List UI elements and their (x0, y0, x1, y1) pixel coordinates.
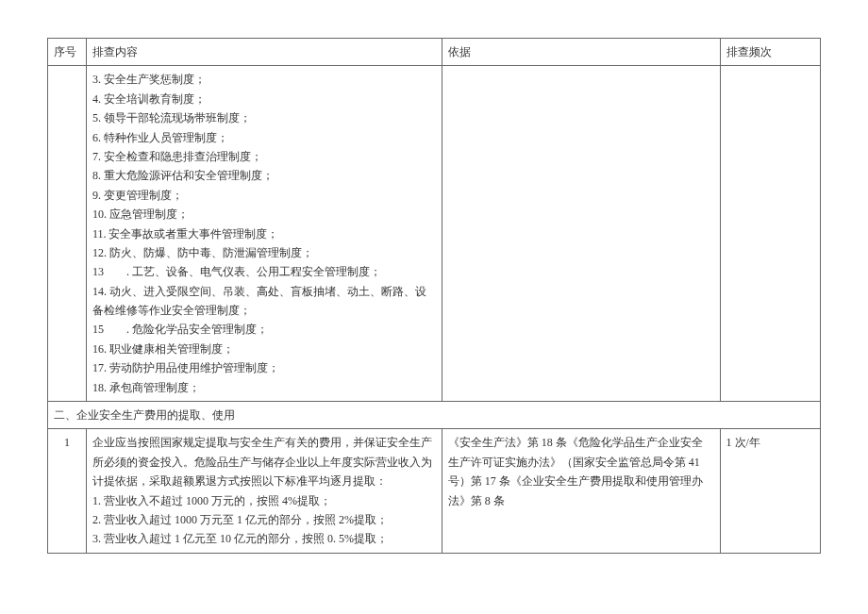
cell-freq (720, 66, 821, 402)
content-line: 18. 承包商管理制度； (92, 378, 436, 397)
content-line: 12. 防火、防爆、防中毒、防泄漏管理制度； (92, 243, 436, 262)
content-line: 17. 劳动防护用品使用维护管理制度； (92, 358, 436, 377)
section-label: 二、企业安全生产费用的提取、使用 (48, 402, 821, 429)
header-freq: 排查频次 (720, 39, 821, 66)
cell-seq: 1 (48, 429, 87, 553)
header-seq: 序号 (48, 39, 87, 66)
content-line: 16. 职业健康相关管理制度； (92, 340, 436, 358)
content-line: 15 . 危险化学品安全管理制度； (92, 320, 436, 339)
content-line: 13 . 工艺、设备、电气仪表、公用工程安全管理制度； (92, 262, 436, 281)
table-row: 1 企业应当按照国家规定提取与安全生产有关的费用，并保证安全生产所必须的资金投入… (48, 429, 821, 553)
inspection-table: 序号 排查内容 依据 排查频次 3. 安全生产奖惩制度； 4. 安全培训教育制度… (47, 38, 821, 554)
cell-basis: 《安全生产法》第 18 条《危险化学品生产企业安全生产许可证实施办法》（国家安全… (442, 429, 720, 553)
cell-content: 3. 安全生产奖惩制度； 4. 安全培训教育制度； 5. 领导干部轮流现场带班制… (86, 66, 442, 402)
content-line: 6. 特种作业人员管理制度； (92, 128, 436, 147)
content-line: 8. 重大危险源评估和安全管理制度； (92, 166, 436, 185)
cell-seq (48, 66, 87, 402)
table-header-row: 序号 排查内容 依据 排查频次 (48, 39, 821, 66)
content-line: 3. 营业收入超过 1 亿元至 10 亿元的部分，按照 0. 5%提取； (92, 529, 436, 548)
content-line: 1. 营业收入不超过 1000 万元的，按照 4%提取； (92, 491, 436, 510)
content-line: 企业应当按照国家规定提取与安全生产有关的费用，并保证安全生产所必须的资金投入。危… (92, 433, 436, 490)
content-line: 3. 安全生产奖惩制度； (92, 70, 436, 89)
table-row: 3. 安全生产奖惩制度； 4. 安全培训教育制度； 5. 领导干部轮流现场带班制… (48, 66, 821, 402)
content-lines-container: 企业应当按照国家规定提取与安全生产有关的费用，并保证安全生产所必须的资金投入。危… (92, 433, 436, 548)
content-line: 7. 安全检查和隐患排查治理制度； (92, 147, 436, 166)
header-content: 排查内容 (86, 39, 442, 66)
content-lines-container: 3. 安全生产奖惩制度； 4. 安全培训教育制度； 5. 领导干部轮流现场带班制… (92, 70, 436, 397)
section-row: 二、企业安全生产费用的提取、使用 (48, 402, 821, 429)
cell-content: 企业应当按照国家规定提取与安全生产有关的费用，并保证安全生产所必须的资金投入。危… (86, 429, 442, 553)
content-line: 4. 安全培训教育制度； (92, 90, 436, 108)
content-line: 10. 应急管理制度； (92, 205, 436, 224)
cell-basis (442, 66, 720, 402)
content-line: 14. 动火、进入受限空间、吊装、高处、盲板抽堵、动土、断路、设备检维修等作业安… (92, 282, 436, 321)
content-line: 5. 领导干部轮流现场带班制度； (92, 108, 436, 127)
header-basis: 依据 (442, 39, 720, 66)
content-line: 11. 安全事故或者重大事件管理制度； (92, 224, 436, 243)
content-line: 2. 营业收入超过 1000 万元至 1 亿元的部分，按照 2%提取； (92, 510, 436, 529)
content-line: 9. 变更管理制度； (92, 186, 436, 205)
cell-freq: 1 次/年 (720, 429, 821, 553)
